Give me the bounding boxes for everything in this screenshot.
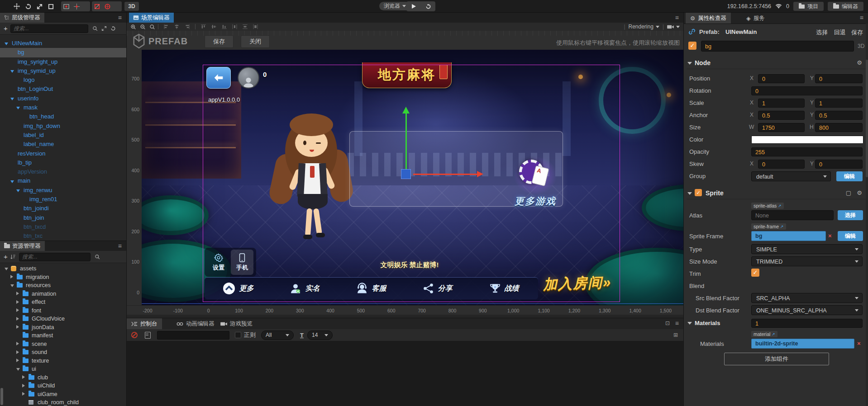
asset-item-uiChild[interactable]: uiChild	[0, 382, 126, 390]
expand-arrow-icon[interactable]	[16, 325, 19, 329]
font-size-dropdown[interactable]: 14	[307, 330, 333, 340]
hierarchy-item-bg[interactable]: bg	[0, 48, 126, 57]
hierarchy-item-userinfo[interactable]: userinfo	[0, 94, 126, 103]
asset-item-jsonData[interactable]: jsonData	[0, 323, 126, 332]
sprite-frame-edit-button[interactable]: 编辑	[838, 231, 863, 241]
hierarchy-item-UINewMain[interactable]: UINewMain	[0, 39, 126, 48]
expand-arrow-icon[interactable]	[22, 392, 25, 396]
expand-arrow-icon[interactable]	[10, 180, 14, 183]
expand-arrow-icon[interactable]	[10, 70, 14, 73]
src-blend-dropdown[interactable]: SRC_ALPHA	[751, 293, 863, 303]
tab-game-preview[interactable]: 游戏预览	[216, 318, 257, 329]
zoom-out-icon[interactable]	[140, 24, 146, 30]
world-coords-icon[interactable]	[104, 3, 111, 10]
expand-arrow-icon[interactable]	[10, 98, 14, 100]
asset-item-effect[interactable]: effect	[0, 298, 126, 307]
asset-item-manifest[interactable]: manifest	[0, 331, 126, 340]
sprite-frame-field[interactable]: bg	[751, 231, 826, 241]
hierarchy-item-btn_txc[interactable]: btn_txc	[0, 231, 126, 241]
asset-item-animation[interactable]: animation	[0, 290, 126, 298]
hierarchy-menu-icon[interactable]: ≡	[118, 13, 122, 23]
console-popup-icon[interactable]: ⊡	[665, 318, 670, 328]
size-w-field[interactable]: 1750	[758, 123, 805, 132]
group-dropdown[interactable]: default	[751, 171, 831, 181]
tab-properties[interactable]: ⚙ 属性检查器	[686, 13, 731, 24]
expand-arrow-icon[interactable]	[16, 317, 19, 321]
open-project-button[interactable]: 项目	[793, 2, 824, 11]
distribute-center-icon[interactable]	[253, 24, 258, 29]
skew-x-field[interactable]: 0	[758, 160, 805, 169]
copy-component-icon[interactable]: ▢	[846, 189, 851, 196]
hierarchy-item-img_symid_up[interactable]: img_symid_up	[0, 66, 126, 76]
add-node-button[interactable]: +	[4, 25, 8, 32]
console-layout-icon[interactable]: ⊞	[673, 330, 678, 340]
materials-count-field[interactable]: 1	[751, 319, 863, 328]
console-filter-input[interactable]	[157, 331, 229, 340]
open-editor-button[interactable]: 编辑器	[828, 2, 863, 11]
console-menu-icon[interactable]: ≡	[675, 318, 679, 328]
open-log-icon[interactable]	[145, 332, 151, 339]
hierarchy-search-input[interactable]	[10, 24, 88, 33]
inspector-scrollbar[interactable]	[866, 24, 868, 406]
skew-y-field[interactable]: 0	[815, 160, 863, 169]
prefab-revert-button[interactable]: 回退	[834, 28, 846, 37]
external-link-icon[interactable]: ↗	[780, 223, 784, 230]
clear-material-icon[interactable]: ×	[857, 340, 861, 347]
rotation-field[interactable]: 0	[751, 86, 863, 95]
node-active-checkbox[interactable]: ✓	[688, 42, 696, 50]
hierarchy-item-btn_txcd[interactable]: btn_txcd	[0, 222, 126, 231]
scale-x-field[interactable]: 1	[758, 99, 805, 108]
hierarchy-item-img_hp_down[interactable]: img_hp_down	[0, 122, 126, 131]
hierarchy-item-btn_head[interactable]: btn_head	[0, 112, 126, 121]
scale-y-field[interactable]: 1	[815, 99, 863, 108]
tab-services[interactable]: ◈ 服务	[742, 13, 769, 24]
scale-tool-icon[interactable]	[34, 2, 44, 11]
external-link-icon[interactable]: ↗	[778, 203, 782, 209]
hierarchy-item-appVersion[interactable]: appVersion	[0, 167, 126, 176]
expand-arrow-icon[interactable]	[16, 368, 20, 371]
align-center-v-icon[interactable]	[174, 24, 180, 29]
asset-item-club[interactable]: club	[0, 373, 126, 382]
add-asset-button[interactable]: +	[4, 254, 8, 260]
hierarchy-item-btn_LoginOut[interactable]: btn_LoginOut	[0, 85, 126, 94]
group-edit-button[interactable]: 编辑	[836, 171, 863, 181]
distribute-h-icon[interactable]	[232, 24, 238, 29]
collapse-arrow-icon[interactable]	[687, 192, 692, 195]
expand-arrow-icon[interactable]	[16, 300, 19, 304]
prefab-save-button[interactable]: 保存	[205, 35, 234, 48]
asset-item-resources[interactable]: resources	[0, 281, 126, 290]
opacity-field[interactable]: 255	[751, 147, 863, 156]
anchor-x-field[interactable]: 0.5	[758, 111, 805, 120]
3d-view-toggle[interactable]: 3D	[124, 2, 139, 11]
align-top-icon[interactable]	[200, 24, 206, 29]
assets-scrollbar[interactable]	[0, 388, 3, 405]
search-icon[interactable]	[95, 254, 100, 260]
asset-item-sound[interactable]: sound	[0, 348, 126, 357]
refresh-button[interactable]	[421, 1, 435, 11]
sprite-enabled-checkbox[interactable]: ✓	[695, 189, 702, 196]
gear-icon[interactable]: ⚙	[857, 59, 862, 66]
expand-arrow-icon[interactable]	[5, 268, 8, 270]
zoom-in-icon[interactable]	[130, 24, 136, 30]
scene-viewport[interactable]: 0 appV1.0.0.0 地方麻将 A 更多游戏 设置	[142, 50, 683, 305]
sort-icon[interactable]	[10, 254, 16, 260]
prefab-close-button[interactable]: 关闭	[241, 35, 270, 48]
regex-checkbox[interactable]	[235, 332, 241, 338]
tab-hierarchy[interactable]: 层级管理器	[0, 13, 44, 23]
expand-arrow-icon[interactable]	[22, 375, 25, 379]
prefab-save-button[interactable]: 保存	[851, 28, 863, 37]
hierarchy-item-lb_tip[interactable]: lb_tip	[0, 158, 126, 167]
pivot-anchor-icon[interactable]	[73, 3, 80, 10]
gear-icon[interactable]: ⚙	[857, 189, 862, 196]
local-coords-icon[interactable]	[94, 3, 100, 10]
asset-item-texture[interactable]: texture	[0, 357, 126, 365]
clear-sprite-frame-icon[interactable]: ×	[828, 232, 832, 239]
hierarchy-item-img_ren01[interactable]: img_ren01	[0, 195, 126, 204]
hierarchy-item-mask[interactable]: mask	[0, 103, 126, 112]
hierarchy-item-img_renwu[interactable]: img_renwu	[0, 186, 126, 195]
align-middle-icon[interactable]	[211, 24, 217, 29]
scene-menu-icon[interactable]: ≡	[675, 13, 679, 23]
dst-blend-dropdown[interactable]: ONE_MINUS_SRC_ALPHA	[751, 305, 863, 315]
expand-all-icon[interactable]	[101, 26, 107, 31]
align-bottom-icon[interactable]	[221, 24, 227, 29]
